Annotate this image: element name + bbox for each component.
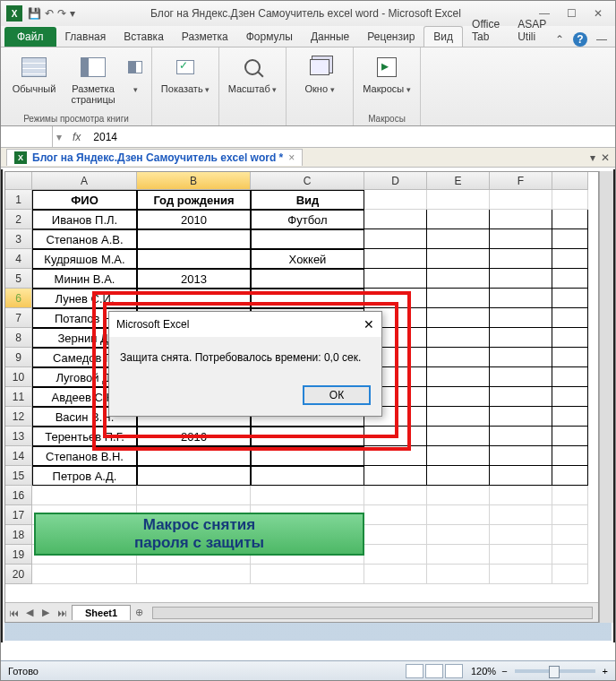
cell[interactable]: Степанов В.Н.: [32, 446, 137, 466]
normal-view-icon[interactable]: [406, 664, 424, 678]
name-box[interactable]: [1, 126, 53, 147]
cell[interactable]: [490, 525, 552, 545]
cell[interactable]: Степанов А.В.: [32, 229, 137, 249]
cell[interactable]: [490, 427, 552, 446]
cell[interactable]: [490, 328, 552, 348]
row-header[interactable]: 19: [5, 545, 32, 565]
cell[interactable]: [251, 446, 364, 466]
cell[interactable]: [251, 466, 364, 486]
fx-label[interactable]: fx: [65, 131, 88, 143]
cell[interactable]: Кудряшов М.А.: [32, 249, 137, 269]
cell[interactable]: [137, 466, 251, 486]
row-header[interactable]: 20: [5, 565, 32, 584]
cell[interactable]: Год рождения: [137, 190, 251, 210]
cell[interactable]: Минин В.А.: [32, 269, 137, 289]
cell[interactable]: [427, 545, 490, 565]
cell[interactable]: [251, 486, 364, 505]
cell[interactable]: [552, 525, 588, 545]
tab-layout[interactable]: Разметка: [173, 27, 237, 47]
cell[interactable]: [427, 229, 490, 249]
cell[interactable]: [490, 367, 552, 387]
cell[interactable]: [552, 308, 588, 328]
cell[interactable]: [552, 348, 588, 367]
col-header-b[interactable]: B: [137, 172, 251, 190]
cell[interactable]: [552, 328, 588, 348]
cell[interactable]: Лунев С.И.: [32, 289, 137, 308]
cell[interactable]: [490, 505, 552, 525]
maximize-button[interactable]: ☐: [563, 5, 579, 22]
cell[interactable]: [427, 190, 490, 210]
cell[interactable]: [552, 249, 588, 269]
cell[interactable]: Футбол: [251, 210, 364, 229]
cell[interactable]: [490, 308, 552, 328]
tab-officetab[interactable]: Office Tab: [463, 14, 509, 47]
tab-home[interactable]: Главная: [56, 27, 116, 47]
cell[interactable]: [251, 269, 364, 289]
zoom-slider[interactable]: [515, 669, 595, 673]
window-button[interactable]: Окно: [294, 53, 346, 95]
cell[interactable]: [427, 525, 490, 545]
zoom-in-icon[interactable]: +: [603, 666, 608, 677]
cell[interactable]: [552, 565, 588, 584]
cell[interactable]: [251, 229, 364, 249]
cell[interactable]: Хоккей: [251, 249, 364, 269]
sheet-nav-prev[interactable]: ◀: [21, 607, 38, 618]
save-icon[interactable]: 💾: [28, 7, 41, 20]
cell[interactable]: [490, 348, 552, 367]
row-header[interactable]: 13: [5, 427, 32, 446]
tab-asap[interactable]: ASAP Utili: [509, 14, 555, 47]
doctab-dropdown-icon[interactable]: ▾: [590, 151, 595, 164]
cell[interactable]: [427, 210, 490, 229]
cell[interactable]: [490, 407, 552, 427]
select-all-corner[interactable]: [5, 172, 32, 190]
cell[interactable]: [364, 229, 427, 249]
cell[interactable]: [427, 289, 490, 308]
sheet-nav-last[interactable]: ⏭: [54, 608, 70, 618]
cell[interactable]: [552, 466, 588, 486]
layout-more-button[interactable]: [126, 53, 144, 95]
row-header[interactable]: 7: [5, 308, 32, 328]
cell[interactable]: [364, 505, 427, 525]
help-icon[interactable]: ?: [573, 32, 587, 47]
cell[interactable]: [137, 229, 251, 249]
col-header-d[interactable]: D: [364, 172, 427, 190]
cell[interactable]: [490, 387, 552, 407]
cell[interactable]: [552, 289, 588, 308]
cell[interactable]: [552, 407, 588, 427]
document-tab[interactable]: X Блог на Яндекс.Дзен Самоучитель excel …: [6, 149, 303, 166]
pagebreak-view-icon[interactable]: [445, 664, 463, 678]
cell[interactable]: [552, 367, 588, 387]
normal-view-button[interactable]: Обычный: [8, 53, 60, 94]
sheet-tab[interactable]: Sheet1: [72, 605, 131, 620]
col-header-a[interactable]: A: [32, 172, 137, 190]
row-header[interactable]: 10: [5, 367, 32, 387]
cell[interactable]: 2010: [137, 210, 251, 229]
cell[interactable]: [427, 328, 490, 348]
cell[interactable]: [364, 190, 427, 210]
file-tab[interactable]: Файл: [4, 27, 56, 47]
cell[interactable]: [364, 289, 427, 308]
cell[interactable]: [552, 387, 588, 407]
cell[interactable]: [427, 427, 490, 446]
cell[interactable]: [490, 269, 552, 289]
cell[interactable]: [32, 486, 137, 505]
tab-review[interactable]: Рецензир: [358, 27, 424, 47]
row-header[interactable]: 18: [5, 525, 32, 545]
cell[interactable]: [490, 210, 552, 229]
cell[interactable]: [427, 367, 490, 387]
doctab-close-icon[interactable]: ✕: [601, 151, 610, 164]
row-header[interactable]: 5: [5, 269, 32, 289]
horizontal-scrollbar[interactable]: [152, 607, 593, 619]
row-header[interactable]: 1: [5, 190, 32, 210]
sheet-nav-first[interactable]: ⏮: [5, 608, 21, 618]
cell[interactable]: [552, 190, 588, 210]
zoom-out-icon[interactable]: −: [501, 666, 507, 677]
cell[interactable]: [364, 486, 427, 505]
cell[interactable]: ФИО: [32, 190, 137, 210]
cell[interactable]: [32, 565, 137, 584]
cell[interactable]: [490, 249, 552, 269]
undo-icon[interactable]: ↶: [45, 7, 54, 20]
cell[interactable]: [427, 249, 490, 269]
zoom-button[interactable]: Масштаб: [227, 53, 278, 95]
cell[interactable]: [364, 427, 427, 446]
